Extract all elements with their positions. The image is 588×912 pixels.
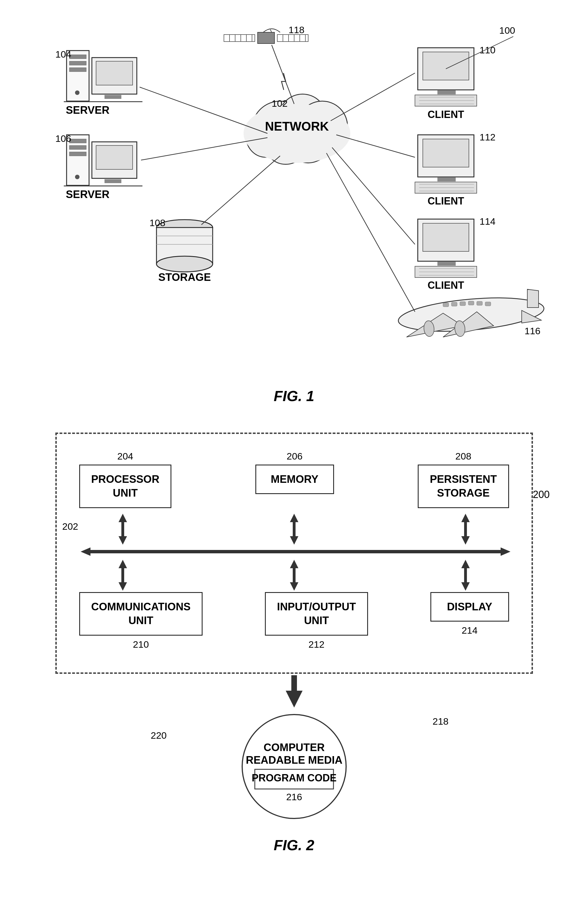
server2-label: SERVER — [66, 189, 110, 200]
arrow-down-to-media — [283, 674, 305, 707]
display-label: DISPLAY — [447, 601, 492, 613]
fig1-diagram: SERVER 104 SERVER 106 STORAGE 108 — [27, 17, 561, 410]
svg-rect-31 — [224, 34, 255, 42]
svg-rect-6 — [96, 61, 132, 85]
storage-label: STORAGE — [158, 271, 211, 283]
client1-label: CLIENT — [428, 109, 464, 120]
comms-label: COMMUNICATIONSUNIT — [91, 601, 191, 626]
svg-rect-1 — [69, 55, 86, 59]
persistent-box: PERSISTENTSTORAGE — [418, 465, 509, 508]
ref-212: 212 — [309, 639, 325, 650]
svg-text:216: 216 — [286, 791, 302, 802]
svg-rect-67 — [451, 302, 457, 306]
ref-118: 118 — [289, 24, 305, 35]
memory-label: MEMORY — [271, 473, 318, 485]
svg-point-99 — [242, 715, 346, 818]
svg-line-76 — [141, 138, 267, 160]
svg-marker-86 — [290, 522, 298, 545]
svg-rect-69 — [468, 301, 474, 305]
ref-104: 104 — [55, 49, 71, 60]
svg-rect-52 — [423, 139, 469, 167]
arrow-pers — [457, 512, 474, 546]
ref-220: 220 — [151, 730, 167, 741]
bus-svg — [79, 546, 512, 557]
comms-box: COMMUNICATIONSUNIT — [79, 592, 203, 636]
processor-label: PROCESSORUNIT — [91, 473, 160, 499]
svg-marker-89 — [81, 547, 90, 556]
svg-line-82 — [326, 153, 415, 312]
svg-rect-71 — [485, 302, 491, 306]
svg-line-43 — [270, 29, 272, 32]
svg-marker-84 — [119, 522, 127, 545]
ref-112: 112 — [480, 132, 496, 142]
network-label: NETWORK — [265, 119, 329, 133]
ref-218: 218 — [433, 716, 449, 727]
ref-206: 206 — [287, 451, 302, 462]
ref-116: 116 — [525, 326, 541, 336]
ref-102: 102 — [272, 98, 288, 109]
svg-rect-11 — [69, 145, 86, 149]
svg-text:COMPUTER: COMPUTER — [263, 741, 325, 753]
ref-210: 210 — [133, 639, 149, 650]
ref-108: 108 — [149, 217, 165, 228]
ref-208: 208 — [456, 451, 472, 462]
svg-line-77 — [202, 156, 280, 225]
client3-label: CLIENT — [428, 279, 464, 291]
svg-rect-10 — [69, 139, 86, 143]
arrow-comms — [114, 558, 131, 592]
ref-204: 204 — [118, 451, 133, 462]
ref-214: 214 — [462, 625, 478, 636]
svg-rect-46 — [438, 90, 456, 94]
fig2-diagram: 200 202 204 PROCESSORUNIT — [27, 433, 561, 854]
ref-106: 106 — [55, 133, 71, 144]
svg-line-78 — [331, 73, 415, 121]
svg-text:READABLE MEDIA: READABLE MEDIA — [246, 754, 342, 766]
ref-100: 100 — [499, 25, 515, 36]
svg-marker-95 — [290, 568, 298, 591]
svg-rect-12 — [69, 152, 86, 156]
svg-rect-45 — [423, 52, 469, 80]
server1-label: SERVER — [66, 104, 110, 116]
client2-label: CLIENT — [428, 195, 464, 207]
memory-box: MEMORY — [255, 465, 334, 494]
ref-200: 200 — [533, 489, 549, 500]
svg-rect-30 — [258, 32, 275, 44]
svg-line-79 — [336, 135, 415, 157]
fig1-svg: SERVER 104 SERVER 106 STORAGE 108 — [27, 17, 561, 410]
display-box: DISPLAY — [430, 592, 509, 621]
svg-rect-15 — [96, 145, 132, 169]
arrow-proc — [114, 512, 131, 546]
svg-rect-68 — [460, 302, 465, 306]
svg-rect-7 — [105, 95, 121, 99]
io-box: INPUT/OUTPUTUNIT — [265, 592, 368, 636]
svg-rect-59 — [423, 223, 469, 252]
arrow-mem — [286, 512, 302, 546]
ref-114: 114 — [480, 216, 496, 227]
page: SERVER 104 SERVER 106 STORAGE 108 — [0, 0, 588, 912]
arrow-disp — [457, 558, 474, 592]
svg-marker-93 — [119, 568, 127, 591]
io-label: INPUT/OUTPUTUNIT — [277, 601, 356, 626]
svg-marker-88 — [461, 522, 470, 545]
svg-rect-91 — [90, 550, 501, 553]
svg-marker-90 — [501, 547, 510, 556]
svg-point-4 — [75, 90, 79, 95]
ref-202: 202 — [62, 521, 78, 532]
svg-rect-70 — [477, 301, 482, 305]
svg-rect-2 — [69, 61, 86, 65]
fig2-title: FIG. 2 — [274, 837, 314, 853]
svg-rect-16 — [105, 179, 121, 183]
svg-line-75 — [140, 87, 267, 133]
svg-point-20 — [157, 256, 213, 272]
svg-point-29 — [244, 104, 351, 163]
persistent-label: PERSISTENTSTORAGE — [430, 473, 497, 499]
fig1-title: FIG. 1 — [274, 388, 314, 404]
svg-rect-60 — [438, 262, 456, 266]
svg-line-81 — [272, 45, 294, 104]
svg-line-80 — [332, 147, 415, 244]
svg-rect-66 — [443, 303, 449, 307]
svg-marker-97 — [461, 568, 470, 591]
svg-text:PROGRAM CODE: PROGRAM CODE — [252, 772, 336, 784]
svg-point-13 — [75, 175, 79, 179]
arrow-io — [286, 558, 302, 592]
